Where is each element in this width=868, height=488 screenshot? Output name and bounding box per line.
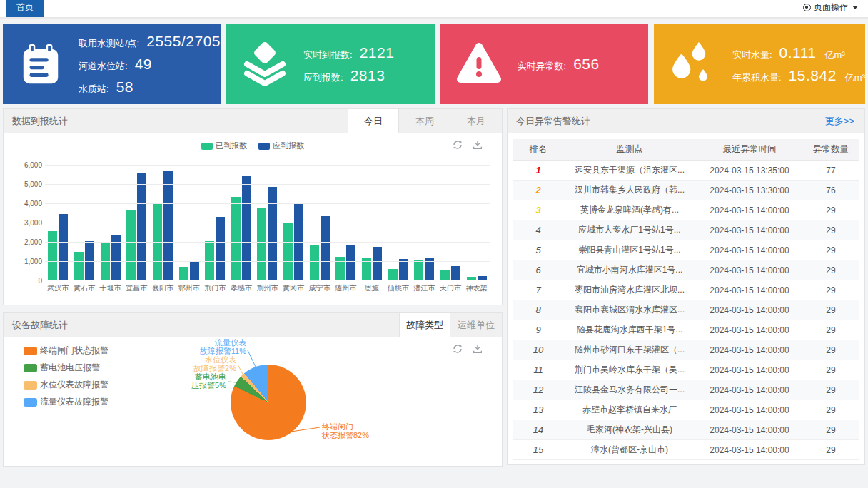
tab-home[interactable]: 首页 — [6, 0, 44, 17]
table-row[interactable]: 15漳水(曾都区-京山市)2024-03-15 14:00:0029 — [513, 440, 859, 460]
more-link[interactable]: 更多>> — [825, 115, 854, 128]
download-icon[interactable] — [472, 343, 483, 355]
table-row[interactable]: 11荆门市吴岭水库东干渠（吴...2024-03-15 14:00:0029 — [513, 360, 859, 380]
bar[interactable] — [126, 210, 136, 280]
bar[interactable] — [216, 217, 225, 280]
count-cell: 29 — [803, 245, 859, 255]
x-tick-label: 黄石市 — [71, 283, 98, 293]
pie-chart-tools — [452, 343, 483, 355]
table-row[interactable]: 5崇阳县青山灌区1号站1号...2024-03-15 14:00:0029 — [513, 240, 859, 260]
table-row[interactable]: 8襄阳市襄城区渭水水库灌区...2024-03-15 14:00:0029 — [513, 300, 859, 320]
count-cell: 29 — [803, 445, 859, 455]
bar[interactable] — [321, 216, 330, 280]
rank-cell: 4 — [513, 225, 563, 235]
bar[interactable] — [257, 208, 266, 280]
x-tick-label: 恩施 — [359, 283, 385, 293]
bar[interactable] — [242, 176, 251, 280]
rank-cell: 6 — [513, 265, 563, 275]
pie-slice-label: 终端闸门状态报警82% — [322, 423, 415, 439]
table-row[interactable]: 3英博金龙泉啤酒(孝感)有...2024-03-15 14:00:0029 — [513, 200, 859, 220]
refresh-icon[interactable] — [452, 139, 463, 151]
table-row[interactable]: 7枣阳市油房湾水库灌区北坝...2024-03-15 14:00:0029 — [513, 280, 859, 300]
bar[interactable] — [283, 223, 293, 280]
table-row[interactable]: 2汉川市韩集乡人民政府（韩...2024-03-15 13:30:0076 — [513, 181, 859, 200]
table-row[interactable]: 12江陵县金马水务有限公司一...2024-03-15 14:00:0029 — [513, 380, 859, 400]
tab-本月[interactable]: 本月 — [450, 109, 502, 133]
legend-item[interactable]: 应到报数 — [258, 141, 304, 151]
bar[interactable] — [179, 267, 188, 280]
card-reports-rows: 实时到报数:2121应到报数:2813 — [303, 41, 394, 87]
bar[interactable] — [163, 171, 173, 280]
monitor-point-cell: 毛家河(神农架-兴山县) — [563, 424, 696, 436]
monitor-point-cell: 随县花鹿沟水库西干渠1号... — [563, 324, 696, 336]
count-cell: 29 — [803, 205, 859, 215]
pie-slice-label: 水位仪表故障报警2% — [158, 356, 236, 372]
bar[interactable] — [310, 245, 319, 280]
count-cell: 29 — [803, 225, 859, 235]
time-cell: 2024-03-15 13:30:00 — [696, 185, 803, 195]
bar[interactable] — [467, 277, 476, 280]
page-actions-dropdown[interactable]: 页面操作 — [803, 1, 858, 17]
legend-item[interactable]: 已到报数 — [201, 141, 247, 151]
time-cell: 2024-03-15 14:00:00 — [696, 365, 803, 375]
x-tick-label: 黄冈市 — [281, 283, 307, 293]
refresh-icon[interactable] — [452, 343, 463, 355]
legend-item[interactable]: 水位仪表故障报警 — [24, 379, 108, 391]
bar[interactable] — [190, 261, 199, 280]
bar[interactable] — [205, 241, 214, 280]
rank-cell: 8 — [513, 305, 563, 315]
tab-今日[interactable]: 今日 — [348, 109, 399, 133]
time-cell: 2024-03-15 14:00:00 — [696, 305, 803, 315]
x-axis-labels: 武汉市黄石市十堰市宜昌市襄阳市鄂州市荆门市孝感市荆州市黄冈市咸宁市随州市恩施仙桃… — [45, 283, 490, 293]
time-cell: 2024-03-15 14:00:00 — [696, 325, 803, 335]
table-row[interactable]: 9随县花鹿沟水库西干渠1号...2024-03-15 14:00:0029 — [513, 320, 859, 340]
time-cell: 2024-03-15 14:00:00 — [696, 445, 803, 455]
bar[interactable] — [440, 270, 450, 280]
x-tick-label: 仙桃市 — [385, 283, 411, 293]
x-tick-label: 荆州市 — [254, 283, 281, 293]
time-cell: 2024-03-15 14:00:00 — [696, 405, 803, 415]
download-icon[interactable] — [472, 139, 483, 151]
x-tick-label: 神农架 — [463, 283, 490, 293]
table-row[interactable]: 6宜城市小南河水库灌区1号...2024-03-15 14:00:0029 — [513, 260, 859, 280]
bar[interactable] — [335, 257, 345, 280]
bar[interactable] — [373, 247, 382, 280]
tab-故障类型[interactable]: 故障类型 — [399, 313, 450, 337]
legend-item[interactable]: 流量仪表故障报警 — [24, 396, 108, 408]
bar[interactable] — [74, 252, 84, 280]
tab-本周[interactable]: 本周 — [399, 109, 450, 133]
monitor-point-cell: 襄阳市襄城区渭水水库灌区... — [563, 304, 696, 316]
table-row[interactable]: 13赤壁市赵李桥镇自来水厂2024-03-15 14:00:0029 — [513, 400, 859, 420]
bar[interactable] — [388, 269, 398, 280]
clipboard-icon — [19, 42, 63, 86]
bar[interactable] — [268, 187, 277, 280]
table-row[interactable]: 1远安县东干渠源（沮东灌区...2024-03-15 13:35:0077 — [513, 161, 859, 181]
bar[interactable] — [48, 231, 57, 280]
table-row[interactable]: 4应城市大奓水厂1号站1号...2024-03-15 14:00:0029 — [513, 220, 859, 240]
bar[interactable] — [59, 214, 68, 280]
stat-cards-row: 取用水测站/点:2555/2705河道水位站:49水质站:58 实时到报数:21… — [0, 19, 868, 108]
table-row[interactable]: 14毛家河(神农架-兴山县)2024-03-15 14:00:0029 — [513, 420, 859, 440]
count-cell: 29 — [803, 405, 859, 415]
y-tick-label: 0 — [9, 277, 42, 285]
legend-item[interactable]: 蓄电池电压报警 — [24, 362, 108, 374]
x-tick-label: 潜江市 — [411, 283, 438, 293]
bar[interactable] — [414, 260, 423, 280]
table-row[interactable]: 10随州市砂河口东干渠灌区（...2024-03-15 14:00:0029 — [513, 340, 859, 360]
bar[interactable] — [451, 266, 460, 280]
legend-item[interactable]: 终端闸门状态报警 — [24, 345, 108, 357]
tab-运维单位[interactable]: 运维单位 — [450, 313, 502, 337]
bar[interactable] — [231, 197, 241, 280]
bar[interactable] — [85, 241, 94, 280]
monitor-point-cell: 江陵县金马水务有限公司一... — [563, 384, 696, 396]
card-stat-row: 应到报数:2813 — [303, 67, 394, 84]
alarm-stats-panel: 今日异常告警统计 更多>> 排名监测点最近异常时间异常数量 1远安县东干渠源（沮… — [507, 108, 865, 465]
count-cell: 29 — [803, 305, 859, 315]
bar[interactable] — [346, 245, 355, 280]
bar-chart-body: 已到报数应到报数 武汉市黄石市十堰市宜昌市襄阳市鄂州市荆门市孝感市荆州市黄冈市咸 — [4, 133, 502, 305]
bar[interactable] — [137, 173, 146, 280]
rank-cell: 11 — [513, 365, 563, 375]
bar[interactable] — [478, 276, 487, 280]
y-tick-label: 2,000 — [9, 238, 42, 246]
bar[interactable] — [399, 259, 408, 280]
